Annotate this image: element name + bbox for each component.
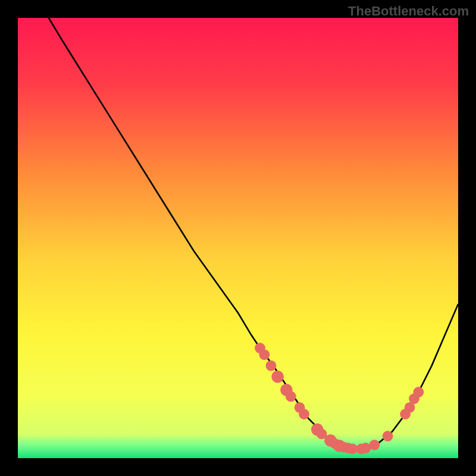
data-marker xyxy=(383,431,393,441)
bottleneck-curve xyxy=(49,18,458,449)
data-marker xyxy=(271,371,284,383)
data-marker xyxy=(286,392,296,402)
data-marker xyxy=(414,387,424,397)
data-marker xyxy=(259,349,270,360)
chart-container xyxy=(18,18,458,458)
data-markers xyxy=(255,343,424,454)
data-marker xyxy=(369,440,380,450)
watermark-label: TheBottleneck.com xyxy=(348,4,469,19)
data-marker xyxy=(299,409,309,419)
chart-overlay xyxy=(18,18,458,458)
data-marker xyxy=(266,361,277,371)
